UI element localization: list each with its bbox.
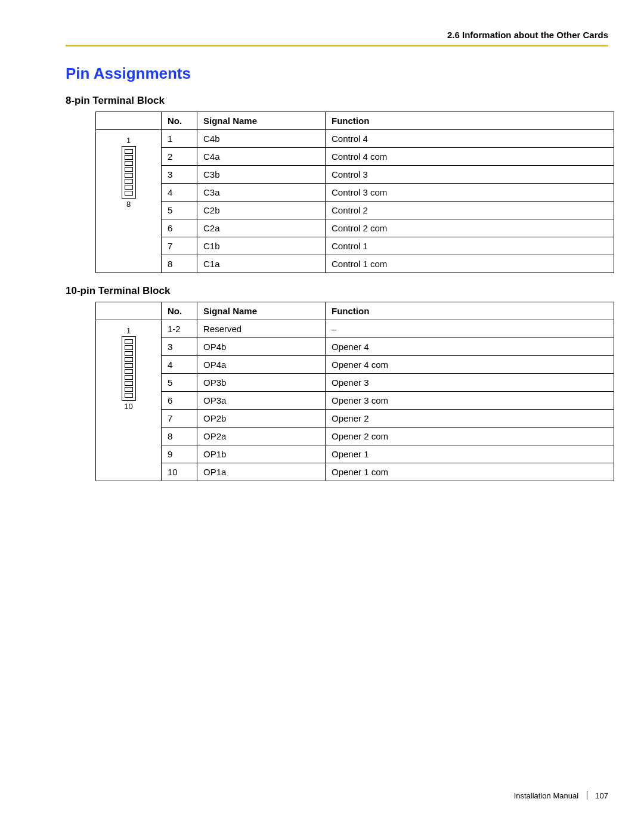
col-signal: Signal Name [197,112,326,130]
footer: Installation Manual 107 [66,791,608,800]
cell-signal: C3b [197,166,326,184]
cell-func: Control 1 [326,237,614,255]
cell-func: Opener 1 com [326,463,614,481]
table-row: 8C1aControl 1 com [96,255,614,273]
table-row: 7OP2bOpener 2 [96,410,614,428]
table-row: 9OP1bOpener 1 [96,445,614,463]
connector-bottom-label: 10 [122,402,136,411]
cell-func: Opener 4 [326,338,614,356]
table-row: 5C2bControl 2 [96,202,614,219]
cell-func: Control 2 [326,202,614,219]
cell-func: Control 4 [326,130,614,148]
col-signal: Signal Name [197,302,326,320]
table-row: 5OP3bOpener 3 [96,374,614,392]
diagram-header [96,112,162,130]
cell-no: 10 [162,463,197,481]
col-no: No. [162,302,197,320]
connector-body [122,146,136,199]
cell-func: Opener 1 [326,445,614,463]
cell-signal: OP1a [197,463,326,481]
cell-signal: C1b [197,237,326,255]
col-func: Function [326,302,614,320]
connector-top-label: 1 [122,136,136,145]
cell-no: 4 [162,356,197,374]
cell-no: 7 [162,237,197,255]
block10-table: No. Signal Name Function 1 10 1-2Reserve… [95,302,614,481]
cell-no: 6 [162,392,197,410]
table-row: 3C3bControl 3 [96,166,614,184]
table-row: 4C3aControl 3 com [96,184,614,202]
cell-signal: OP2b [197,410,326,428]
block8-heading: 8-pin Terminal Block [66,95,608,107]
footer-page: 107 [595,791,608,800]
cell-func: Opener 3 [326,374,614,392]
cell-no: 1-2 [162,320,197,338]
block8-body: 1 8 1C4bControl 42C4aControl 4 com3C3bCo… [96,130,614,273]
cell-signal: C4b [197,130,326,148]
block10-body: 1 10 1-2Reserved–3OP4bOpener 44OP4aOpene… [96,320,614,481]
cell-no: 2 [162,148,197,166]
cell-func: Control 3 com [326,184,614,202]
cell-func: Control 2 com [326,219,614,237]
cell-func: Opener 3 com [326,392,614,410]
cell-func: Control 4 com [326,148,614,166]
table-row: 10OP1aOpener 1 com [96,463,614,481]
footer-manual: Installation Manual [514,791,578,800]
col-no: No. [162,112,197,130]
cell-signal: Reserved [197,320,326,338]
table-row: 6OP3aOpener 3 com [96,392,614,410]
cell-signal: OP1b [197,445,326,463]
diagram-cell: 1 8 [96,130,162,273]
cell-no: 3 [162,166,197,184]
connector-diagram: 1 8 [122,136,136,209]
table-row: 3OP4bOpener 4 [96,338,614,356]
cell-no: 6 [162,219,197,237]
cell-func: Opener 4 com [326,356,614,374]
table-row: 7C1bControl 1 [96,237,614,255]
connector-bottom-label: 8 [122,200,136,209]
header-rule [66,45,608,47]
table-row: 8OP2aOpener 2 com [96,428,614,445]
cell-no: 7 [162,410,197,428]
cell-signal: OP2a [197,428,326,445]
cell-no: 4 [162,184,197,202]
cell-signal: C2b [197,202,326,219]
connector-top-label: 1 [122,326,136,335]
cell-no: 3 [162,338,197,356]
cell-no: 5 [162,374,197,392]
cell-func: Opener 2 com [326,428,614,445]
connector-body [122,336,136,401]
cell-signal: C4a [197,148,326,166]
diagram-header [96,302,162,320]
table-header-row: No. Signal Name Function [96,112,614,130]
cell-signal: OP4a [197,356,326,374]
cell-signal: C3a [197,184,326,202]
footer-separator [587,791,587,800]
table-row: 4OP4aOpener 4 com [96,356,614,374]
cell-func: Opener 2 [326,410,614,428]
table-header-row: No. Signal Name Function [96,302,614,320]
cell-no: 5 [162,202,197,219]
block8-table: No. Signal Name Function 1 8 1C4bControl… [95,112,614,273]
cell-func: Control 3 [326,166,614,184]
cell-func: Control 1 com [326,255,614,273]
block10-heading: 10-pin Terminal Block [66,285,608,297]
table-row: 1 10 1-2Reserved– [96,320,614,338]
cell-signal: C1a [197,255,326,273]
cell-no: 8 [162,428,197,445]
table-row: 6C2aControl 2 com [96,219,614,237]
cell-signal: OP3a [197,392,326,410]
cell-func: – [326,320,614,338]
table-row: 1 8 1C4bControl 4 [96,130,614,148]
cell-signal: OP3b [197,374,326,392]
cell-no: 9 [162,445,197,463]
connector-diagram: 1 10 [122,326,136,411]
page-title: Pin Assignments [66,64,608,83]
table-row: 2C4aControl 4 com [96,148,614,166]
cell-signal: C2a [197,219,326,237]
cell-no: 1 [162,130,197,148]
header-section: 2.6 Information about the Other Cards [66,30,608,40]
diagram-cell: 1 10 [96,320,162,481]
cell-no: 8 [162,255,197,273]
col-func: Function [326,112,614,130]
